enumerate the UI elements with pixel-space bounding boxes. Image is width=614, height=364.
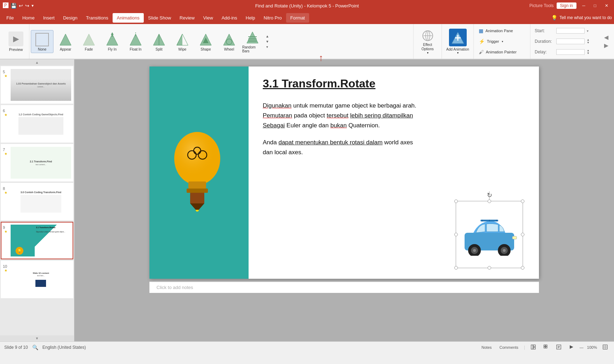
slideshow-button[interactable]: [567, 344, 576, 351]
preview-button[interactable]: ▶ Preview: [6, 30, 26, 53]
comments-button[interactable]: Comments: [498, 345, 521, 350]
scroll-down-button[interactable]: ▼: [265, 39, 270, 44]
animation-pane-button[interactable]: ▦ Animation Pane: [477, 27, 527, 34]
anim-wheel-button[interactable]: Wheel: [218, 30, 240, 53]
reorder-section: ◀ ▶: [601, 24, 611, 59]
menu-item-animations[interactable]: Animations: [113, 13, 144, 23]
zoom-fit-button[interactable]: [601, 344, 610, 351]
tell-me-label[interactable]: Tell me what you want to do: [559, 15, 612, 20]
slide-item-10[interactable]: 10 ★ Slide 10 content text here...: [1, 261, 73, 298]
slide-7-content: 2.1 Transform.Find text content...: [29, 160, 53, 166]
slide-item-5[interactable]: 5 ★ 1.03 Penambahan Gameobject dan Asset…: [1, 66, 73, 104]
slide-item-6[interactable]: 6 ★ 1.2 Contoh Coding GameObjects.Find: [1, 105, 73, 143]
handle-br[interactable]: [521, 266, 524, 270]
menu-item-file[interactable]: File: [2, 13, 18, 23]
undo-icon[interactable]: ↩: [19, 3, 23, 8]
handle-bm[interactable]: [488, 266, 491, 270]
anim-fade-button[interactable]: Fade: [78, 30, 100, 53]
anim-appear-button[interactable]: Appear: [54, 30, 77, 53]
scroll-more-button[interactable]: ▾: [265, 45, 270, 49]
slide-panel-scroll-up[interactable]: ▲: [0, 59, 74, 65]
svg-marker-5: [111, 33, 114, 35]
slide-panel-scroll-down[interactable]: ▼: [0, 335, 74, 341]
menu-item-help[interactable]: Help: [241, 13, 260, 23]
menu-item-insert[interactable]: Insert: [39, 13, 59, 23]
handle-tl[interactable]: [454, 200, 458, 203]
maximize-button[interactable]: □: [591, 3, 599, 8]
delay-down[interactable]: ▼: [587, 52, 590, 55]
trigger-button[interactable]: ⚡ Trigger ▾: [477, 38, 527, 45]
handle-ml[interactable]: [454, 233, 458, 236]
scroll-up-button[interactable]: ▲: [265, 34, 270, 39]
add-animation-button[interactable]: Add Animation ▾: [446, 29, 469, 54]
menu-item-review[interactable]: Review: [175, 13, 199, 23]
slide-item-8[interactable]: 8 ★ 3.0 Contoh Coding Transform.Find: [1, 183, 73, 220]
animation-painter-label: Animation Painter: [486, 50, 517, 54]
start-dropdown[interactable]: ▾: [587, 29, 589, 33]
start-row: Start: ▾: [535, 28, 597, 34]
duration-row: Duration: ▲ ▼: [535, 39, 597, 44]
handle-tm[interactable]: [488, 200, 491, 203]
animation-painter-icon: 🖌: [479, 49, 484, 55]
reorder-later-button[interactable]: ▶: [604, 42, 608, 49]
start-input[interactable]: [556, 28, 585, 34]
slide-number-7: 7: [3, 147, 9, 152]
anim-wipe-button[interactable]: Wipe: [171, 30, 194, 53]
slide-item-9[interactable]: 9 ★ 3.1 Transform.Rotate Digunakan untuk…: [1, 222, 73, 259]
duration-input[interactable]: [556, 39, 585, 44]
anim-floatin-button[interactable]: Float In: [124, 30, 147, 53]
animation-painter-button[interactable]: 🖌 Animation Painter: [477, 48, 527, 56]
menu-item-design[interactable]: Design: [59, 13, 81, 23]
anim-split-icon: [151, 32, 167, 47]
car-selection-box: ↻: [456, 201, 523, 268]
animation-section: None Appear Fade: [29, 24, 414, 59]
car-selection-container[interactable]: ↻: [456, 201, 523, 268]
handle-tr[interactable]: [521, 200, 524, 203]
delay-arrows: ▲ ▼: [587, 49, 590, 55]
close-button[interactable]: ✕: [602, 3, 611, 8]
customize-icon[interactable]: ▾: [32, 3, 34, 8]
anim-fade-icon: [81, 32, 97, 47]
add-animation-section: Add Animation ▾: [442, 24, 474, 59]
menu-item-view[interactable]: View: [199, 13, 217, 23]
reorder-earlier-button[interactable]: ◀: [604, 34, 608, 41]
text-sebagai: Sebagai: [263, 122, 285, 129]
delay-row: Delay: ▲ ▼: [535, 49, 597, 55]
duration-down[interactable]: ▼: [587, 41, 590, 44]
menu-item-nitropro[interactable]: Nitro Pro: [260, 13, 286, 23]
menu-item-format[interactable]: Format: [286, 13, 309, 23]
text-tersebut: tersebut: [327, 112, 348, 119]
notes-bar[interactable]: Click to add notes: [149, 282, 539, 293]
reading-view-button[interactable]: [554, 344, 563, 351]
slide-item-7[interactable]: 7 ★ 2.1 Transform.Find text content...: [1, 144, 73, 181]
trigger-label: Trigger: [487, 39, 499, 44]
slide-panel: ▲ 5 ★ 1.03 Penambahan Gameobject dan Ass…: [0, 59, 74, 341]
trigger-icon: ⚡: [479, 39, 485, 44]
svg-rect-52: [546, 345, 547, 346]
slide-10-content: Slide 10 content text here...: [32, 271, 50, 288]
anim-flyin-button[interactable]: Fly In: [101, 30, 124, 53]
svg-rect-31: [188, 181, 206, 189]
anim-shape-button[interactable]: Shape: [194, 30, 217, 53]
anim-split-button[interactable]: Split: [148, 30, 170, 53]
redo-icon[interactable]: ↪: [25, 3, 29, 8]
menu-item-slideshow[interactable]: Slide Show: [144, 13, 175, 23]
anim-none-button[interactable]: None: [31, 30, 53, 53]
slide-star-7: ★: [4, 152, 7, 156]
signin-button[interactable]: Sign in: [557, 2, 577, 9]
handle-mr[interactable]: [521, 233, 524, 236]
handle-bl[interactable]: [454, 266, 458, 270]
menu-item-addins[interactable]: Add-ins: [217, 13, 241, 23]
delay-input[interactable]: [556, 49, 585, 55]
menu-item-home[interactable]: Home: [18, 13, 39, 23]
minimize-button[interactable]: ─: [579, 3, 588, 8]
save-icon[interactable]: 💾: [11, 3, 17, 8]
slide-sorter-button[interactable]: [541, 344, 551, 351]
notes-button[interactable]: Notes: [479, 345, 494, 350]
menu-bar: File Home Insert Design Transitions Anim…: [0, 11, 614, 24]
menu-item-transitions[interactable]: Transitions: [82, 13, 113, 23]
effect-options-button[interactable]: EffectOptions ▾: [421, 29, 435, 54]
notes-placeholder: Click to add notes: [157, 285, 193, 290]
anim-randombars-button[interactable]: Random Bars: [241, 28, 264, 55]
normal-view-button[interactable]: [529, 344, 538, 351]
